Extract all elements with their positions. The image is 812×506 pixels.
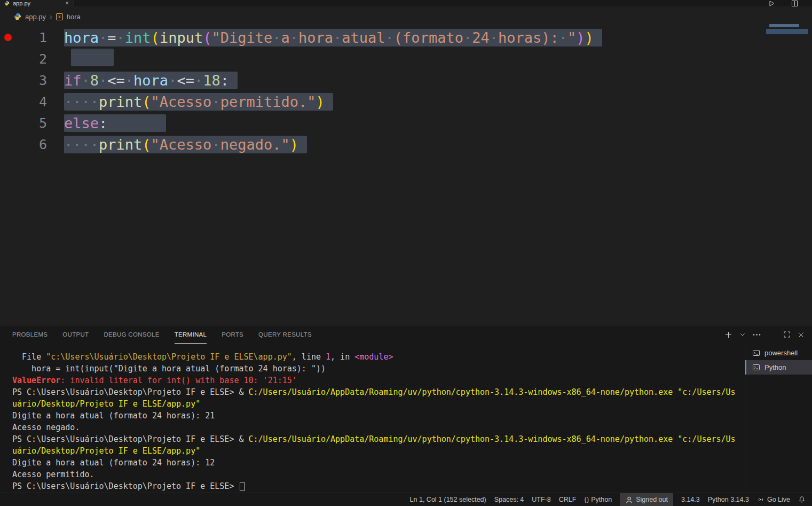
tab-problems[interactable]: PROBLEMS — [12, 325, 48, 344]
terminal-line[interactable]: PS C:\Users\Usuário\Desktop\Projeto IF e… — [12, 386, 745, 398]
line-number-gutter[interactable]: 5 — [0, 112, 64, 134]
line-number: 6 — [39, 137, 47, 152]
line-number: 4 — [39, 94, 47, 110]
maximize-panel-icon[interactable] — [783, 331, 791, 338]
terminal-line[interactable]: Acesso negado. — [12, 422, 745, 433]
code-line[interactable]: 2 — [0, 48, 812, 69]
new-terminal-icon[interactable] — [724, 331, 732, 339]
bottom-panel: PROBLEMS OUTPUT DEBUG CONSOLE TERMINAL P… — [0, 325, 812, 493]
run-button[interactable] — [768, 0, 775, 7]
editor[interactable]: 1hora·=·int(input("Digite·a·hora·atual·(… — [0, 27, 812, 325]
status-go-live[interactable]: Go Live — [757, 493, 790, 506]
code-line[interactable]: 6····print("Acesso·negado.") — [0, 134, 812, 155]
line-number-gutter[interactable]: 4 — [0, 91, 64, 112]
terminal-tab-powershell[interactable]: powershell — [745, 346, 812, 360]
more-actions-icon[interactable] — [753, 333, 761, 336]
broadcast-icon — [757, 496, 764, 503]
minimap[interactable] — [766, 24, 812, 37]
code-line[interactable]: 3if·8·<=·hora·<=·18: — [0, 69, 812, 91]
terminal-list: powershell Python — [745, 344, 812, 493]
status-account[interactable]: Signed out — [620, 493, 673, 506]
tab-query-results[interactable]: QUERY RESULTS — [258, 325, 312, 344]
code-line[interactable]: 4····print("Acesso·permitido.") — [0, 91, 812, 112]
terminal-line[interactable]: Digite a hora atual (formato 24 horas): … — [12, 457, 745, 469]
status-language-mode[interactable]: { } Python — [584, 493, 612, 506]
terminal-line[interactable]: Acesso permitido. — [12, 469, 745, 480]
terminal-line[interactable]: Digite a hora atual (formato 24 horas): … — [12, 410, 745, 422]
tab-terminal[interactable]: TERMINAL — [175, 325, 207, 344]
line-number-gutter[interactable]: 3 — [0, 69, 64, 91]
close-tab-icon[interactable]: × — [65, 0, 69, 6]
terminal-line[interactable]: uário/Desktop/Projeto IF e ELSE/app.py" — [12, 445, 745, 457]
tab-label: app.py — [13, 0, 30, 6]
line-number-gutter[interactable]: 2 — [0, 48, 64, 69]
terminal-line[interactable]: PS C:\Users\Usuário\Desktop\Projeto IF e… — [12, 433, 745, 445]
symbol-variable-icon: x — [56, 13, 63, 20]
python-file-icon — [4, 1, 10, 6]
panel-header: PROBLEMS OUTPUT DEBUG CONSOLE TERMINAL P… — [0, 325, 812, 344]
line-number: 3 — [39, 73, 47, 88]
tab-debug-console[interactable]: DEBUG CONSOLE — [104, 325, 159, 344]
tab-ports[interactable]: PORTS — [222, 325, 243, 344]
braces-icon: { } — [584, 496, 588, 503]
terminal-cursor — [240, 482, 245, 491]
terminal-icon — [752, 349, 760, 357]
minimap-selection-bar — [766, 29, 808, 34]
line-number-gutter[interactable]: 6 — [0, 134, 64, 155]
terminal-line[interactable]: File "c:\Users\Usuário\Desktop\Projeto I… — [12, 351, 745, 363]
breadcrumb-separator: › — [50, 12, 52, 21]
minimap-selection-bar — [769, 24, 799, 27]
breadcrumb: app.py › x hora — [0, 6, 812, 27]
terminal-line[interactable]: PS C:\Users\Usuário\Desktop\Projeto IF e… — [12, 480, 745, 492]
terminal-line[interactable]: ValueError: invalid literal for int() wi… — [12, 375, 745, 386]
launch-profile-dropdown-icon[interactable] — [739, 331, 746, 338]
terminal-output[interactable]: File "c:\Users\Usuário\Desktop\Projeto I… — [0, 344, 745, 493]
breadcrumb-symbol[interactable]: hora — [67, 13, 81, 21]
terminal-tab-python[interactable]: Python — [745, 360, 812, 375]
status-version[interactable]: 3.14.3 — [681, 493, 700, 506]
status-bar: Ln 1, Col 1 (152 selected) Spaces: 4 UTF… — [0, 493, 812, 506]
editor-lines: 1hora·=·int(input("Digite·a·hora·atual·(… — [0, 27, 812, 155]
account-icon — [625, 496, 633, 504]
python-file-icon — [14, 13, 21, 20]
terminal-icon — [752, 363, 760, 371]
status-encoding[interactable]: UTF-8 — [532, 493, 550, 506]
status-indentation[interactable]: Spaces: 4 — [494, 493, 524, 506]
status-python-interpreter[interactable]: Python 3.14.3 — [708, 493, 749, 506]
terminal-line[interactable]: uário/Desktop/Projeto IF e ELSE/app.py" — [12, 398, 745, 410]
line-number: 2 — [39, 51, 47, 67]
split-editor-button[interactable] — [791, 0, 798, 7]
terminal-tab-label: powershell — [764, 349, 798, 357]
breakpoint-icon[interactable] — [4, 34, 12, 41]
line-number-gutter[interactable]: 1 — [0, 27, 64, 48]
line-number: 5 — [39, 115, 47, 131]
tab-output[interactable]: OUTPUT — [62, 325, 89, 344]
terminal-tab-label: Python — [764, 363, 786, 371]
line-number: 1 — [39, 30, 47, 45]
close-panel-icon[interactable] — [798, 331, 805, 338]
status-cursor-position[interactable]: Ln 1, Col 1 (152 selected) — [410, 493, 486, 506]
terminal-line[interactable]: hora = int(input("Digite a hora atual (f… — [12, 363, 745, 375]
editor-tab-app-py[interactable]: app.py × — [0, 0, 74, 6]
breadcrumb-file[interactable]: app.py — [25, 13, 46, 21]
code-line[interactable]: 1hora·=·int(input("Digite·a·hora·atual·(… — [0, 27, 812, 48]
code-line[interactable]: 5else: — [0, 112, 812, 134]
notifications-bell-icon[interactable] — [798, 496, 806, 503]
status-eol[interactable]: CRLF — [559, 493, 577, 506]
tab-bar: app.py × — [0, 0, 812, 6]
